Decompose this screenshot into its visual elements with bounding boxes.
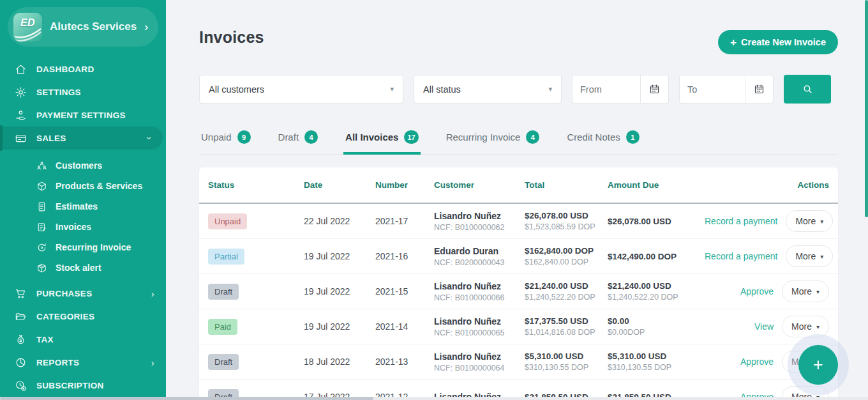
customer-ncf: NCF: B0100000064 <box>434 364 525 373</box>
sidebar-item[interactable]: DASHBOARD <box>0 58 166 81</box>
sidebar-item[interactable]: SUBSCRIPTION <box>0 374 166 397</box>
caret-down-icon: ▾ <box>820 253 823 260</box>
invoice-date: 19 Jul 2022 <box>304 321 375 332</box>
tab-label: Unpaid <box>201 132 232 142</box>
row-action-link[interactable]: Approve <box>740 357 774 367</box>
row-action-link[interactable]: Record a payment <box>705 216 777 226</box>
invoice-table-row: Paid 19 Jul 2022 2021-14 Lisandro Nuñez … <box>199 309 838 344</box>
invoice-tabs: Unpaid 9 Draft 4 All Invoices 17 Recurri… <box>199 130 838 155</box>
page-header: Invoices + Create New Invoice <box>199 28 838 54</box>
amount-due-secondary: $1,240,522.20 DOP <box>608 293 705 302</box>
from-date-input[interactable] <box>572 75 640 103</box>
sidebar-subitem[interactable]: Products & Services <box>0 176 166 196</box>
customer-name: Lisandro Nuñez <box>434 316 525 327</box>
tab-label: Draft <box>278 132 299 142</box>
table-header-row: Status Date Number Customer Total Amount… <box>199 167 838 204</box>
wave-graphic <box>13 27 42 42</box>
invoice-table-row: Unpaid 22 Jul 2022 2021-17 Lisandro Nuñe… <box>199 204 838 239</box>
column-header-actions: Actions <box>705 180 829 190</box>
sidebar-item-label: CATEGORIES <box>36 312 154 321</box>
sidebar-subitem[interactable]: Invoices <box>0 217 166 237</box>
brand[interactable]: ED Alutecs Services › <box>8 7 158 47</box>
sidebar-item-label: PAYMENT SETTINGS <box>36 111 154 120</box>
horizontal-scrollbar-thumb[interactable] <box>0 397 373 400</box>
tab-count-badge: 17 <box>404 130 418 144</box>
customer-name: Lisandro Nuñez <box>434 211 525 221</box>
horizontal-scrollbar[interactable] <box>0 397 868 400</box>
date-to-field <box>679 75 774 104</box>
caret-down-icon: ▾ <box>390 85 394 93</box>
invoice-number: 2021-13 <box>375 357 434 367</box>
estimates-icon <box>36 201 47 212</box>
customer-filter-select[interactable]: All customers ▾ <box>199 75 403 104</box>
invoice-date: 18 Jul 2022 <box>304 357 375 367</box>
row-action-link[interactable]: View <box>754 321 774 332</box>
customer-ncf: NCF: B0100000065 <box>434 328 525 337</box>
chevron-right-icon[interactable]: › <box>144 20 148 34</box>
sidebar-item[interactable]: PAYMENT SETTINGS <box>0 104 166 127</box>
sidebar-subitem[interactable]: Customers <box>0 155 166 176</box>
create-new-invoice-button[interactable]: + Create New Invoice <box>718 30 838 54</box>
caret-down-icon: ▾ <box>816 323 819 330</box>
invoices-table-card: Status Date Number Customer Total Amount… <box>199 167 838 400</box>
tab[interactable]: All Invoices 17 <box>343 130 421 155</box>
subscription-icon <box>15 380 27 392</box>
column-header-status: Status <box>208 180 304 190</box>
status-badge: Draft <box>208 284 239 300</box>
more-button[interactable]: More ▾ <box>782 281 829 302</box>
invoice-number: 2021-17 <box>375 216 434 226</box>
more-button-label: More <box>795 251 816 261</box>
sidebar-item-label: PURCHASES <box>36 289 142 298</box>
purchases-icon <box>15 288 27 300</box>
total-secondary: $310,130.55 DOP <box>525 363 608 372</box>
caret-down-icon: ▾ <box>820 218 823 225</box>
column-header-amount-due: Amount Due <box>608 180 705 190</box>
more-button[interactable]: More ▾ <box>786 245 833 267</box>
calendar-icon[interactable] <box>640 75 668 103</box>
status-badge: Paid <box>208 319 237 335</box>
customers-icon <box>36 160 47 171</box>
sidebar-item[interactable]: SALES › <box>0 127 163 150</box>
sidebar-subitem[interactable]: Estimates <box>0 196 166 217</box>
search-button[interactable] <box>784 75 831 104</box>
sidebar-item-label: REPORTS <box>36 358 142 367</box>
chevron-icon: › <box>151 357 154 368</box>
sales-icon <box>15 132 27 144</box>
tab[interactable]: Recurring Invoice 4 <box>444 130 542 155</box>
amount-due-primary: $0.00 <box>608 316 705 326</box>
create-button-label: Create New Invoice <box>741 37 826 47</box>
total-primary: $162,840.00 DOP <box>525 246 608 256</box>
tab-count-badge: 4 <box>304 130 318 144</box>
vertical-scrollbar-thumb[interactable] <box>865 0 868 217</box>
invoice-number: 2021-15 <box>375 286 434 296</box>
sidebar-item[interactable]: CATEGORIES <box>0 305 166 328</box>
caret-down-icon: ▾ <box>816 288 819 295</box>
tab[interactable]: Credit Notes 1 <box>565 130 641 155</box>
search-icon <box>802 84 813 95</box>
sidebar-item[interactable]: SETTINGS <box>0 81 166 104</box>
total-primary: $5,310.00 USD <box>525 351 608 361</box>
row-action-link[interactable]: Approve <box>740 286 774 296</box>
stock-icon <box>36 263 47 273</box>
sidebar-item[interactable]: PURCHASES › <box>0 282 166 305</box>
sidebar-subitem[interactable]: Recurring Invoice <box>0 237 166 258</box>
filter-bar: All customers ▾ All status ▾ <box>199 75 838 104</box>
more-button[interactable]: More ▾ <box>782 316 829 337</box>
more-button[interactable]: More ▾ <box>786 210 833 232</box>
fab-add-button[interactable]: + <box>798 345 838 385</box>
status-filter-select[interactable]: All status ▾ <box>414 75 562 104</box>
sidebar-item[interactable]: TAX <box>0 328 166 351</box>
row-action-link[interactable]: Record a payment <box>705 251 777 261</box>
calendar-icon[interactable] <box>745 75 773 103</box>
sidebar-subitem-label: Products & Services <box>56 181 142 191</box>
sidebar-item[interactable]: REPORTS › <box>0 351 166 374</box>
tab[interactable]: Draft 4 <box>276 130 320 155</box>
sidebar: ED Alutecs Services › DASHBOARD SETTINGS… <box>0 0 166 400</box>
tab-label: All Invoices <box>345 132 398 142</box>
customer-name: Lisandro Nuñez <box>434 351 525 362</box>
more-button-label: More <box>795 216 816 226</box>
sidebar-subitem[interactable]: Stock alert <box>0 258 166 278</box>
tab[interactable]: Unpaid 9 <box>199 130 253 155</box>
to-date-input[interactable] <box>680 75 745 103</box>
sidebar-item-label: DASHBOARD <box>36 65 154 74</box>
